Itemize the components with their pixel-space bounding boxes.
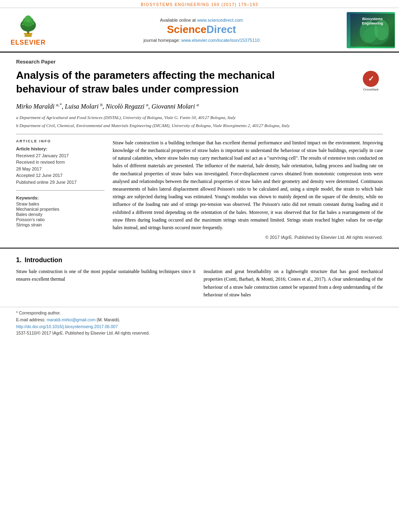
author-giovanni: Giovanni Molari [152,103,195,110]
crossmark[interactable]: ✓ CrossMark [359,69,383,93]
intro-right-paragraph: insulation and great breathability on a … [204,268,383,299]
abstract-text: Straw bale construction is a building te… [113,139,383,232]
article-info-column: ARTICLE INFO Article history: Received 2… [16,139,105,240]
intro-left-paragraph: Straw bale construction is one of the mo… [16,268,195,283]
svg-point-8 [24,21,25,22]
svg-point-9 [31,21,32,23]
affiliations: a Department of Agricultural and Food Sc… [16,114,383,129]
keyword-2: Mechanical properties [16,207,105,212]
email-label: E-mail address: [16,317,45,322]
elsevier-label: ELSEVIER [10,39,45,46]
received-date: Received 27 January 2017 [16,152,105,159]
header-middle: Available online at www.sciencedirect.co… [56,18,347,43]
elsevier-tree-icon [14,14,42,38]
author-mirko: Mirko Maraldi [16,103,55,110]
footnote-text: * Corresponding author. E-mail address: … [16,310,383,337]
footnote-area: * Corresponding author. E-mail address: … [0,307,399,337]
keyword-1: Straw bales [16,201,105,206]
svg-point-7 [33,23,34,25]
available-online: Available online at www.sciencedirect.co… [56,18,347,23]
elsevier-logo: ELSEVIER [4,12,56,48]
journal-homepage-url[interactable]: www.elsevier.com/locate/issn/15375110 [181,38,259,43]
issn-line: 1537-5110/© 2017 IAgrE. Published by Els… [16,331,150,335]
authors: Mirko Maraldi a,*, Luisa Molari b, Nicol… [16,102,383,110]
intro-columns: Straw bale construction is one of the mo… [16,268,383,299]
svg-point-6 [22,24,24,25]
intro-right-col: insulation and great breathability on a … [204,268,383,299]
journal-header-bar: BIOSYSTEMS ENGINEERING 160 (2017) 179–19… [0,0,399,8]
email-link[interactable]: maraldi.mirko@gmail.com [47,317,96,322]
crossmark-label: CrossMark [363,88,379,91]
author-luisa: Luisa Molari [65,103,99,110]
publisher-header: ELSEVIER Available online at www.science… [0,8,399,53]
journal-cover: Biosystems Engineering [347,12,395,48]
received-revised-date: Received in revised form28 May 2017 [16,159,105,172]
two-column-layout: ARTICLE INFO Article history: Received 2… [16,139,383,240]
crossmark-icon: ✓ [368,74,374,83]
copyright-line: © 2017 IAgrE. Published by Elsevier Ltd.… [113,235,383,240]
journal-homepage: journal homepage: www.elsevier.com/locat… [56,38,347,43]
keyword-3: Bales density [16,212,105,217]
corresponding-author-label: * Corresponding author. [16,310,61,315]
sciencedirect-url[interactable]: www.sciencedirect.com [197,18,243,23]
keyword-4: Poisson's ratio [16,217,105,222]
email-suffix: (M. Maraldi). [97,317,120,322]
sciencedirect-logo: ScienceDirect [56,23,347,36]
author-nicolo: Nicolò Regazzi [106,103,144,110]
keywords-title: Keywords: [16,195,105,200]
title-crossmark-row: Analysis of the parameters affecting the… [16,69,383,102]
svg-text:Engineering: Engineering [362,21,383,25]
keyword-list: Straw bales Mechanical properties Bales … [16,201,105,227]
abstract-column: Straw bale construction is a building te… [113,139,383,240]
svg-point-5 [25,15,32,23]
keyword-5: Strings strain [16,222,105,227]
journal-header-text: BIOSYSTEMS ENGINEERING 160 (2017) 179–19… [141,2,258,7]
intro-left-col: Straw bale construction is one of the mo… [16,268,195,299]
keywords-separator [16,190,105,191]
main-content: Research Paper Analysis of the parameter… [0,53,399,249]
introduction-section: 1. Introduction Straw bale construction … [0,249,399,299]
affiliation-b: b Department of Civil, Chemical, Environ… [16,122,383,129]
article-type-label: Research Paper [16,59,383,65]
article-info-title: ARTICLE INFO [16,139,105,143]
accepted-date: Accepted 12 June 2017 [16,172,105,179]
affiliation-a: a Department of Agricultural and Food Sc… [16,114,383,121]
section-header: 1. Introduction [16,257,383,264]
section-title: Introduction [25,257,62,264]
section-number: 1. [16,257,21,264]
crossmark-circle: ✓ [363,71,379,87]
journal-cover-image: Biosystems Engineering [348,14,395,47]
published-online-date: Published online 29 June 2017 [16,179,105,186]
svg-text:Biosystems: Biosystems [362,17,383,21]
svg-rect-0 [25,34,32,37]
separator-line [16,134,383,134]
article-history-title: Article history: [16,146,105,151]
paper-title: Analysis of the parameters affecting the… [16,69,298,96]
doi-link[interactable]: http://dx.doi.org/10.1016/j.biosystemsen… [16,324,118,329]
